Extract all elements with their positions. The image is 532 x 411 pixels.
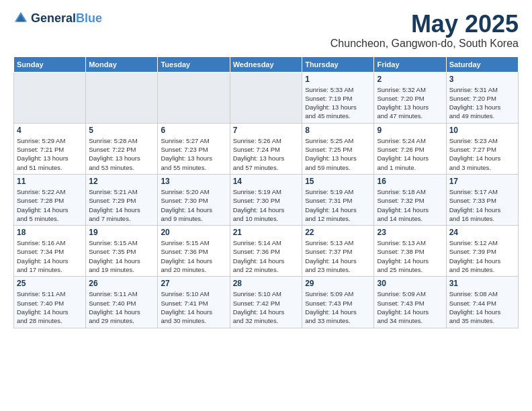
day-number: 2 — [377, 75, 443, 84]
day-number: 31 — [449, 279, 515, 288]
logo-general-text: General — [31, 11, 76, 25]
calendar-cell: 30Sunrise: 5:09 AM Sunset: 7:43 PM Dayli… — [374, 277, 446, 328]
day-info: Sunrise: 5:27 AM Sunset: 7:23 PM Dayligh… — [161, 136, 226, 172]
calendar-cell: 9Sunrise: 5:24 AM Sunset: 7:26 PM Daylig… — [374, 123, 446, 174]
calendar-cell: 29Sunrise: 5:09 AM Sunset: 7:43 PM Dayli… — [302, 277, 374, 328]
day-number: 9 — [377, 126, 443, 135]
day-number: 13 — [161, 177, 226, 186]
calendar-cell: 2Sunrise: 5:32 AM Sunset: 7:20 PM Daylig… — [374, 72, 446, 123]
calendar-cell: 1Sunrise: 5:33 AM Sunset: 7:19 PM Daylig… — [302, 72, 374, 123]
day-info: Sunrise: 5:28 AM Sunset: 7:22 PM Dayligh… — [89, 136, 154, 172]
calendar-cell: 12Sunrise: 5:21 AM Sunset: 7:29 PM Dayli… — [86, 174, 158, 225]
calendar-cell: 15Sunrise: 5:19 AM Sunset: 7:31 PM Dayli… — [302, 174, 374, 225]
day-number: 30 — [377, 279, 443, 288]
day-header-wednesday: Wednesday — [230, 56, 302, 72]
calendar-cell: 18Sunrise: 5:16 AM Sunset: 7:34 PM Dayli… — [14, 226, 86, 277]
calendar-cell: 19Sunrise: 5:15 AM Sunset: 7:35 PM Dayli… — [86, 226, 158, 277]
day-info: Sunrise: 5:13 AM Sunset: 7:38 PM Dayligh… — [377, 238, 443, 274]
calendar-cell: 21Sunrise: 5:14 AM Sunset: 7:36 PM Dayli… — [230, 226, 302, 277]
calendar-cell: 6Sunrise: 5:27 AM Sunset: 7:23 PM Daylig… — [158, 123, 230, 174]
day-info: Sunrise: 5:19 AM Sunset: 7:30 PM Dayligh… — [233, 187, 299, 223]
logo-icon — [13, 11, 28, 26]
day-number: 7 — [233, 126, 299, 135]
logo: GeneralBlue — [13, 11, 102, 26]
day-info: Sunrise: 5:32 AM Sunset: 7:20 PM Dayligh… — [377, 85, 443, 121]
calendar-cell: 28Sunrise: 5:10 AM Sunset: 7:42 PM Dayli… — [230, 277, 302, 328]
day-info: Sunrise: 5:11 AM Sunset: 7:40 PM Dayligh… — [89, 289, 154, 325]
calendar-week-5: 25Sunrise: 5:11 AM Sunset: 7:40 PM Dayli… — [14, 277, 519, 328]
day-info: Sunrise: 5:17 AM Sunset: 7:33 PM Dayligh… — [449, 187, 515, 223]
day-number: 19 — [89, 228, 154, 237]
day-number: 15 — [305, 177, 371, 186]
day-number: 6 — [161, 126, 226, 135]
day-header-tuesday: Tuesday — [158, 56, 230, 72]
day-number: 29 — [305, 279, 371, 288]
day-number: 26 — [89, 279, 154, 288]
day-info: Sunrise: 5:33 AM Sunset: 7:19 PM Dayligh… — [305, 85, 371, 121]
day-info: Sunrise: 5:15 AM Sunset: 7:35 PM Dayligh… — [89, 238, 154, 274]
day-number: 3 — [449, 75, 515, 84]
calendar-week-3: 11Sunrise: 5:22 AM Sunset: 7:28 PM Dayli… — [14, 174, 519, 225]
day-number: 24 — [449, 228, 515, 237]
header: GeneralBlue May 2025 Chuncheon, Gangwon-… — [13, 11, 519, 50]
day-info: Sunrise: 5:10 AM Sunset: 7:41 PM Dayligh… — [161, 289, 226, 325]
day-number: 18 — [17, 228, 83, 237]
day-info: Sunrise: 5:14 AM Sunset: 7:36 PM Dayligh… — [233, 238, 299, 274]
calendar-cell: 23Sunrise: 5:13 AM Sunset: 7:38 PM Dayli… — [374, 226, 446, 277]
day-number: 23 — [377, 228, 443, 237]
day-info: Sunrise: 5:08 AM Sunset: 7:44 PM Dayligh… — [449, 289, 515, 325]
day-number: 5 — [89, 126, 154, 135]
calendar-week-2: 4Sunrise: 5:29 AM Sunset: 7:21 PM Daylig… — [14, 123, 519, 174]
day-info: Sunrise: 5:13 AM Sunset: 7:37 PM Dayligh… — [305, 238, 371, 274]
day-info: Sunrise: 5:16 AM Sunset: 7:34 PM Dayligh… — [17, 238, 83, 274]
calendar-cell — [86, 72, 158, 123]
day-info: Sunrise: 5:18 AM Sunset: 7:32 PM Dayligh… — [377, 187, 443, 223]
main-title: May 2025 — [330, 11, 519, 38]
calendar-cell: 31Sunrise: 5:08 AM Sunset: 7:44 PM Dayli… — [446, 277, 518, 328]
calendar-cell: 10Sunrise: 5:23 AM Sunset: 7:27 PM Dayli… — [446, 123, 518, 174]
calendar-cell: 25Sunrise: 5:11 AM Sunset: 7:40 PM Dayli… — [14, 277, 86, 328]
day-info: Sunrise: 5:23 AM Sunset: 7:27 PM Dayligh… — [449, 136, 515, 172]
day-header-friday: Friday — [374, 56, 446, 72]
day-info: Sunrise: 5:25 AM Sunset: 7:25 PM Dayligh… — [305, 136, 371, 172]
day-info: Sunrise: 5:22 AM Sunset: 7:28 PM Dayligh… — [17, 187, 83, 223]
calendar-week-4: 18Sunrise: 5:16 AM Sunset: 7:34 PM Dayli… — [14, 226, 519, 277]
calendar-table: SundayMondayTuesdayWednesdayThursdayFrid… — [13, 56, 519, 328]
day-number: 12 — [89, 177, 154, 186]
calendar-cell: 7Sunrise: 5:26 AM Sunset: 7:24 PM Daylig… — [230, 123, 302, 174]
calendar-cell: 20Sunrise: 5:15 AM Sunset: 7:36 PM Dayli… — [158, 226, 230, 277]
day-info: Sunrise: 5:29 AM Sunset: 7:21 PM Dayligh… — [17, 136, 83, 172]
day-info: Sunrise: 5:19 AM Sunset: 7:31 PM Dayligh… — [305, 187, 371, 223]
day-header-monday: Monday — [86, 56, 158, 72]
calendar-header: SundayMondayTuesdayWednesdayThursdayFrid… — [14, 56, 519, 72]
day-number: 14 — [233, 177, 299, 186]
day-info: Sunrise: 5:20 AM Sunset: 7:30 PM Dayligh… — [161, 187, 226, 223]
day-number: 1 — [305, 75, 371, 84]
day-number: 21 — [233, 228, 299, 237]
calendar-cell: 14Sunrise: 5:19 AM Sunset: 7:30 PM Dayli… — [230, 174, 302, 225]
logo-blue-text: Blue — [76, 11, 102, 25]
day-number: 11 — [17, 177, 83, 186]
day-info: Sunrise: 5:21 AM Sunset: 7:29 PM Dayligh… — [89, 187, 154, 223]
calendar-cell: 27Sunrise: 5:10 AM Sunset: 7:41 PM Dayli… — [158, 277, 230, 328]
day-number: 28 — [233, 279, 299, 288]
calendar-cell: 22Sunrise: 5:13 AM Sunset: 7:37 PM Dayli… — [302, 226, 374, 277]
calendar-cell: 16Sunrise: 5:18 AM Sunset: 7:32 PM Dayli… — [374, 174, 446, 225]
day-info: Sunrise: 5:26 AM Sunset: 7:24 PM Dayligh… — [233, 136, 299, 172]
day-info: Sunrise: 5:12 AM Sunset: 7:39 PM Dayligh… — [449, 238, 515, 274]
day-number: 4 — [17, 126, 83, 135]
day-number: 22 — [305, 228, 371, 237]
calendar-body: 1Sunrise: 5:33 AM Sunset: 7:19 PM Daylig… — [14, 72, 519, 328]
calendar-week-1: 1Sunrise: 5:33 AM Sunset: 7:19 PM Daylig… — [14, 72, 519, 123]
calendar-cell — [14, 72, 86, 123]
day-info: Sunrise: 5:09 AM Sunset: 7:43 PM Dayligh… — [377, 289, 443, 325]
day-info: Sunrise: 5:24 AM Sunset: 7:26 PM Dayligh… — [377, 136, 443, 172]
day-info: Sunrise: 5:31 AM Sunset: 7:20 PM Dayligh… — [449, 85, 515, 121]
calendar-cell: 17Sunrise: 5:17 AM Sunset: 7:33 PM Dayli… — [446, 174, 518, 225]
day-number: 17 — [449, 177, 515, 186]
day-info: Sunrise: 5:15 AM Sunset: 7:36 PM Dayligh… — [161, 238, 226, 274]
calendar-cell: 4Sunrise: 5:29 AM Sunset: 7:21 PM Daylig… — [14, 123, 86, 174]
calendar-cell — [158, 72, 230, 123]
day-number: 8 — [305, 126, 371, 135]
calendar-cell: 26Sunrise: 5:11 AM Sunset: 7:40 PM Dayli… — [86, 277, 158, 328]
